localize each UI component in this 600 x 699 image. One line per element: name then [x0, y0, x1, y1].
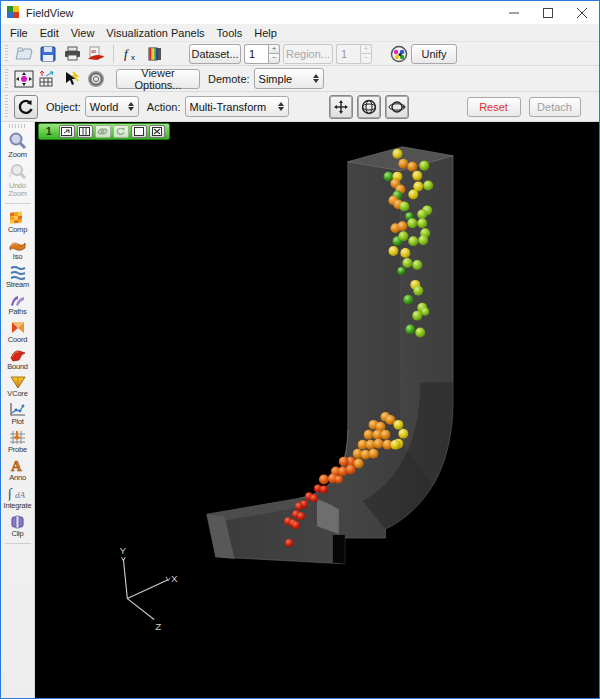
menu-item-view[interactable]: View	[65, 25, 101, 41]
menu-item-help[interactable]: Help	[248, 25, 283, 41]
reset-button[interactable]: Reset	[467, 97, 521, 117]
dataset-button[interactable]: Dataset...	[189, 44, 241, 64]
particle-sphere	[398, 159, 408, 169]
viewport-3d[interactable]: 1	[35, 122, 599, 698]
undo-zoom-icon	[8, 163, 27, 181]
toolbar-grip[interactable]	[3, 95, 10, 118]
particle-sphere	[393, 420, 403, 430]
maximize-view-icon[interactable]	[131, 125, 147, 138]
sidebar-item-clip[interactable]: Clip	[1, 514, 35, 538]
particle-sphere	[388, 246, 398, 256]
particle-sphere	[397, 221, 407, 231]
colormap-icon[interactable]	[145, 44, 165, 64]
close-button[interactable]	[565, 1, 599, 24]
particle-sphere	[417, 209, 427, 219]
particle-sphere	[320, 485, 328, 493]
particle-sphere	[407, 162, 417, 172]
sidebar-item-label: Probe	[8, 446, 27, 454]
save-icon[interactable]	[38, 44, 58, 64]
pick-icon[interactable]	[62, 69, 82, 89]
sidebar-item-vcore[interactable]: VCore	[1, 375, 35, 398]
open-icon[interactable]	[14, 44, 34, 64]
layout-grid-icon[interactable]	[77, 125, 93, 138]
maximize-button[interactable]	[531, 1, 565, 24]
dataset-spinbox[interactable]: 1 +−	[244, 44, 280, 64]
sidebar-item-label: Anno	[9, 474, 26, 482]
sidebar-item-probe[interactable]: Probe	[1, 430, 35, 454]
dataset-increment[interactable]: +	[268, 44, 280, 54]
sidebar-item-stream[interactable]: Stream	[1, 265, 35, 289]
particle-sphere	[392, 149, 402, 159]
particle-sphere	[335, 475, 343, 483]
iso-icon	[8, 238, 27, 252]
svg-text:∫: ∫	[8, 486, 13, 501]
sidebar-item-label: Zoom	[8, 151, 26, 159]
colorwheel-icon[interactable]	[389, 44, 409, 64]
viewer-options-button[interactable]: Viewer Options...	[116, 69, 200, 89]
unify-button[interactable]: Unify	[411, 44, 457, 64]
sidebar-item-integrate[interactable]: ∫dAIntegrate	[1, 486, 35, 510]
function-icon[interactable]: fx	[121, 44, 141, 64]
particle-sphere	[412, 311, 422, 321]
sidebar-separator	[5, 543, 31, 544]
fit-view-icon[interactable]	[14, 69, 34, 89]
rotate-mode-icon[interactable]	[14, 95, 38, 119]
demote-dropdown[interactable]: Simple	[254, 68, 324, 89]
globe-mode-icon[interactable]	[357, 95, 381, 119]
toolbar-grip[interactable]	[3, 45, 10, 62]
fieldview-window: FieldView FileEditViewVisualization Pane…	[0, 0, 600, 699]
menu-item-file[interactable]: File	[4, 25, 34, 41]
sidebar-item-bound[interactable]: Bound	[1, 348, 35, 371]
plot-icon	[9, 402, 26, 417]
pan-mode-icon[interactable]	[329, 95, 353, 119]
dataset-number[interactable]: 1	[244, 44, 268, 64]
sidebar-item-anno[interactable]: AAnno	[1, 458, 35, 482]
spin-mode-icon[interactable]	[385, 95, 409, 119]
sidebar-item-coord[interactable]: Coord	[1, 320, 35, 344]
particle-sphere	[374, 439, 384, 449]
particle-sphere	[354, 459, 364, 469]
particle-sphere	[399, 201, 409, 211]
minimize-button[interactable]	[497, 1, 531, 24]
sidebar-item-iso[interactable]: Iso	[1, 238, 35, 261]
action-label: Action:	[147, 101, 181, 113]
sidebar-item-paths[interactable]: Paths	[1, 293, 35, 316]
scene-3d[interactable]: Y X Z	[35, 122, 599, 699]
popout-window-icon[interactable]	[59, 125, 75, 138]
sidebar-item-label: Plot	[11, 418, 23, 426]
transform-panel-icon[interactable]	[38, 69, 58, 89]
object-dropdown[interactable]: World	[85, 96, 139, 117]
region-button[interactable]: Region...	[283, 44, 333, 64]
print-icon[interactable]	[62, 44, 82, 64]
sidebar-item-zoom[interactable]: Zoom	[1, 132, 35, 159]
sidebar-item-plot[interactable]: Plot	[1, 402, 35, 426]
sidebar-item-comp[interactable]: Comp	[1, 209, 35, 234]
detach-button[interactable]: Detach	[529, 97, 581, 117]
ring-icon[interactable]	[86, 69, 106, 89]
pipe-geometry	[207, 147, 453, 564]
action-dropdown[interactable]: Multi-Transform	[185, 96, 289, 117]
sidebar-grip[interactable]	[9, 124, 27, 128]
titlebar: FieldView	[1, 1, 599, 24]
sidebar-item-label: Iso	[13, 253, 22, 261]
particle-sphere	[297, 512, 305, 520]
particle-sphere	[400, 248, 410, 258]
menu-item-tools[interactable]: Tools	[211, 25, 249, 41]
viewport-tab-number[interactable]: 1	[39, 126, 58, 137]
particle-sphere	[421, 308, 429, 316]
particle-sphere	[413, 286, 423, 296]
particle-sphere	[418, 235, 428, 245]
particle-sphere	[415, 328, 425, 338]
particle-sphere	[381, 430, 391, 440]
menu-item-visualization-panels[interactable]: Visualization Panels	[100, 25, 210, 41]
sidebar-separator	[5, 203, 31, 204]
export-pdf-icon[interactable]: 3D	[86, 44, 106, 64]
menu-item-edit[interactable]: Edit	[34, 25, 65, 41]
particle-sphere	[397, 267, 405, 275]
sidebar-item-undo-zoom[interactable]: UndoZoom	[1, 163, 35, 198]
axes-triad	[121, 557, 170, 620]
toolbar-grip[interactable]	[3, 69, 10, 88]
svg-text:3D: 3D	[91, 49, 96, 54]
close-view-icon[interactable]	[149, 125, 165, 138]
dataset-decrement[interactable]: −	[268, 53, 280, 64]
